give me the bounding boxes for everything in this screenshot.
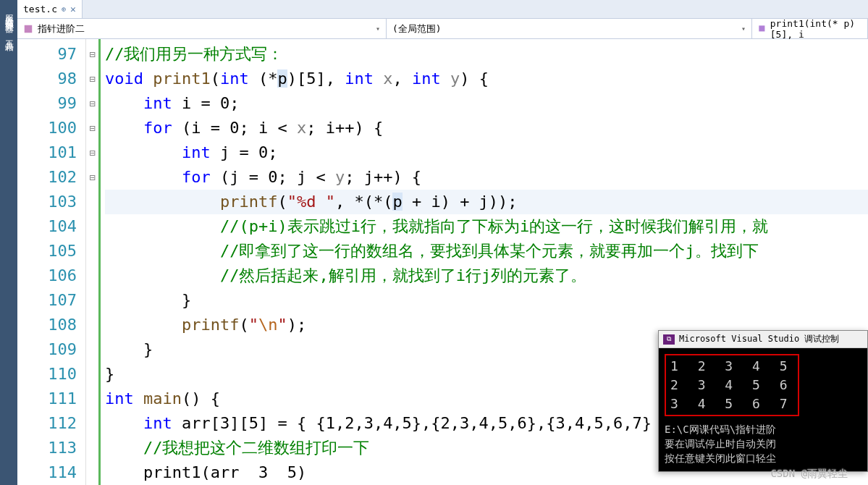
navigation-bar: 指针进阶二 ▾ (全局范围) ▾ print1(int(* p)[5], i: [17, 19, 868, 39]
function-icon: [758, 24, 766, 34]
symbol-label: print1(int(* p)[5], i: [770, 18, 861, 40]
module-icon: [23, 24, 33, 34]
filter-label: (全局范围): [392, 22, 442, 35]
console-title: Microsoft Visual Studio 调试控制: [679, 333, 839, 345]
console-titlebar[interactable]: ⧉ Microsoft Visual Studio 调试控制: [659, 331, 867, 348]
debug-console: ⧉ Microsoft Visual Studio 调试控制 1 2 3 4 5…: [658, 330, 868, 472]
scope-dropdown[interactable]: 指针进阶二 ▾: [17, 19, 387, 38]
output-line: 3 4 5 6 7: [670, 395, 793, 413]
chevron-down-icon: ▾: [741, 25, 746, 33]
fold-column[interactable]: ⊟⊟⊟⊟⊟⊟: [86, 39, 101, 485]
console-info: E:\C网课代码\指针进阶 要在调试停止时自动关闭 按任意键关闭此窗口轻尘: [665, 422, 861, 465]
toolbox-tab[interactable]: 工具箱: [3, 33, 15, 38]
file-tab[interactable]: test.c ⊕ ✕: [17, 0, 83, 18]
tab-filename: test.c: [23, 4, 57, 14]
server-explorer-tab[interactable]: 服务器资源管理器: [3, 7, 15, 19]
tab-bar: test.c ⊕ ✕: [17, 0, 868, 19]
console-output: 1 2 3 4 5 2 3 4 5 6 3 4 5 6 7: [665, 354, 799, 416]
line-numbers: 9798991001011021031041051061071081091101…: [17, 39, 86, 485]
watermark: CSDN @雨翼轻尘: [770, 468, 848, 481]
output-line: 2 3 4 5 6: [670, 376, 793, 395]
svg-rect-1: [759, 25, 764, 31]
output-line: 1 2 3 4 5: [670, 357, 793, 376]
console-body: 1 2 3 4 5 2 3 4 5 6 3 4 5 6 7 E:\C网课代码\指…: [659, 348, 867, 471]
symbol-dropdown[interactable]: print1(int(* p)[5], i: [752, 19, 868, 38]
chevron-down-icon: ▾: [376, 25, 380, 33]
vs-logo-icon: ⧉: [663, 334, 675, 345]
svg-rect-0: [25, 25, 33, 33]
vertical-toolbar: 服务器资源管理器 工具箱: [0, 0, 17, 485]
scope-label: 指针进阶二: [38, 22, 85, 35]
close-icon[interactable]: ✕: [70, 4, 76, 14]
pin-icon[interactable]: ⊕: [62, 5, 66, 13]
filter-dropdown[interactable]: (全局范围) ▾: [387, 19, 752, 38]
